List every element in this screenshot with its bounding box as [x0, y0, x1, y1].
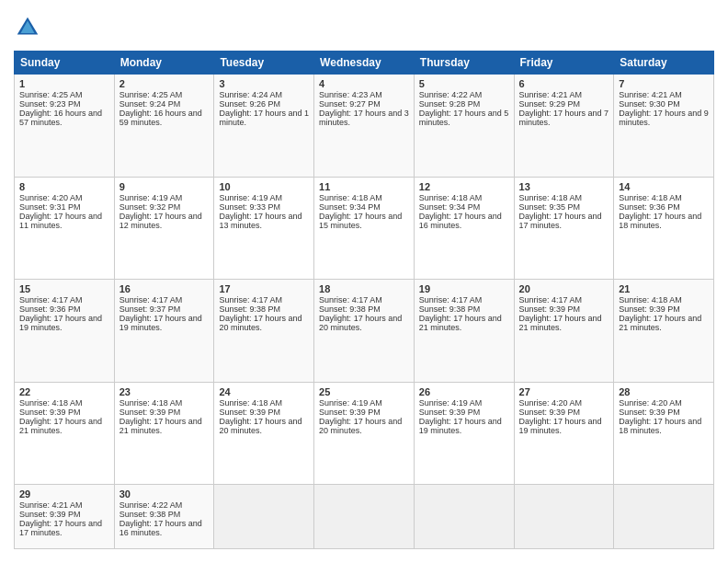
- sunset-text: Sunset: 9:39 PM: [19, 510, 81, 519]
- daylight-text: Daylight: 17 hours and 9 minutes.: [619, 109, 709, 127]
- daylight-text: Daylight: 17 hours and 20 minutes.: [219, 314, 301, 332]
- sunset-text: Sunset: 9:28 PM: [419, 99, 481, 109]
- day-number: 6: [519, 78, 609, 89]
- daylight-text: Daylight: 17 hours and 21 minutes.: [519, 314, 602, 332]
- sunrise-text: Sunrise: 4:17 AM: [519, 295, 583, 304]
- day-number: 10: [219, 181, 309, 192]
- daylight-text: Daylight: 17 hours and 20 minutes.: [219, 417, 301, 435]
- calendar-day-header: Wednesday: [314, 52, 415, 75]
- day-number: 26: [419, 386, 509, 397]
- daylight-text: Daylight: 17 hours and 19 minutes.: [419, 417, 502, 435]
- daylight-text: Daylight: 17 hours and 21 minutes.: [19, 417, 102, 435]
- calendar-cell: 28Sunrise: 4:20 AMSunset: 9:39 PMDayligh…: [614, 382, 714, 485]
- daylight-text: Daylight: 17 hours and 20 minutes.: [319, 417, 402, 435]
- sunrise-text: Sunrise: 4:19 AM: [219, 193, 282, 202]
- day-number: 29: [19, 488, 109, 500]
- calendar-day-header: Monday: [114, 52, 214, 75]
- sunset-text: Sunset: 9:31 PM: [19, 202, 81, 212]
- day-number: 14: [619, 181, 709, 192]
- calendar-cell: 21Sunrise: 4:18 AMSunset: 9:39 PMDayligh…: [614, 280, 714, 383]
- daylight-text: Daylight: 17 hours and 11 minutes.: [19, 212, 102, 230]
- day-number: 8: [19, 181, 109, 192]
- day-number: 27: [519, 386, 609, 397]
- calendar-cell: 14Sunrise: 4:18 AMSunset: 9:36 PMDayligh…: [614, 177, 714, 280]
- calendar-cell: 10Sunrise: 4:19 AMSunset: 9:33 PMDayligh…: [214, 177, 314, 280]
- sunrise-text: Sunrise: 4:18 AM: [619, 295, 682, 304]
- sunset-text: Sunset: 9:38 PM: [219, 304, 280, 314]
- calendar-day-header: Friday: [514, 52, 614, 75]
- calendar-cell: 24Sunrise: 4:18 AMSunset: 9:39 PMDayligh…: [214, 382, 314, 485]
- daylight-text: Daylight: 17 hours and 20 minutes.: [319, 314, 402, 332]
- calendar-cell: 2Sunrise: 4:25 AMSunset: 9:24 PMDaylight…: [114, 75, 214, 178]
- calendar-day-header: Tuesday: [214, 52, 314, 75]
- sunset-text: Sunset: 9:36 PM: [619, 202, 680, 212]
- sunset-text: Sunset: 9:38 PM: [119, 510, 181, 519]
- daylight-text: Daylight: 17 hours and 21 minutes.: [619, 314, 701, 332]
- calendar-cell: 26Sunrise: 4:19 AMSunset: 9:39 PMDayligh…: [414, 382, 514, 485]
- day-number: 2: [119, 78, 210, 89]
- day-number: 13: [519, 181, 609, 192]
- day-number: 20: [519, 283, 609, 294]
- daylight-text: Daylight: 17 hours and 16 minutes.: [119, 519, 202, 537]
- day-number: 15: [19, 283, 109, 294]
- calendar-cell: 7Sunrise: 4:21 AMSunset: 9:30 PMDaylight…: [614, 75, 714, 178]
- calendar-cell: [414, 485, 514, 549]
- calendar-day-header: Sunday: [15, 52, 115, 75]
- calendar-cell: 18Sunrise: 4:17 AMSunset: 9:38 PMDayligh…: [314, 280, 415, 383]
- day-number: 11: [319, 181, 409, 192]
- sunrise-text: Sunrise: 4:25 AM: [19, 90, 83, 99]
- day-number: 21: [619, 283, 709, 294]
- day-number: 30: [119, 488, 210, 500]
- sunrise-text: Sunrise: 4:25 AM: [119, 90, 183, 99]
- calendar-week-row: 8Sunrise: 4:20 AMSunset: 9:31 PMDaylight…: [15, 177, 714, 280]
- daylight-text: Daylight: 17 hours and 17 minutes.: [519, 212, 602, 230]
- calendar-header-row: SundayMondayTuesdayWednesdayThursdayFrid…: [15, 52, 714, 75]
- calendar-cell: 5Sunrise: 4:22 AMSunset: 9:28 PMDaylight…: [414, 75, 514, 178]
- sunrise-text: Sunrise: 4:21 AM: [19, 500, 83, 510]
- sunset-text: Sunset: 9:39 PM: [519, 408, 581, 417]
- calendar-cell: 9Sunrise: 4:19 AMSunset: 9:32 PMDaylight…: [114, 177, 214, 280]
- calendar-cell: 17Sunrise: 4:17 AMSunset: 9:38 PMDayligh…: [214, 280, 314, 383]
- sunrise-text: Sunrise: 4:20 AM: [619, 398, 682, 408]
- sunrise-text: Sunrise: 4:18 AM: [219, 398, 282, 408]
- sunrise-text: Sunrise: 4:22 AM: [119, 500, 183, 510]
- sunrise-text: Sunrise: 4:20 AM: [519, 398, 583, 408]
- sunrise-text: Sunrise: 4:18 AM: [519, 193, 583, 202]
- sunset-text: Sunset: 9:24 PM: [119, 99, 181, 109]
- sunset-text: Sunset: 9:34 PM: [419, 202, 481, 212]
- sunrise-text: Sunrise: 4:18 AM: [19, 398, 83, 408]
- daylight-text: Daylight: 16 hours and 57 minutes.: [19, 109, 102, 127]
- logo: [14, 14, 45, 41]
- page: SundayMondayTuesdayWednesdayThursdayFrid…: [0, 0, 728, 563]
- sunrise-text: Sunrise: 4:23 AM: [319, 90, 382, 99]
- daylight-text: Daylight: 17 hours and 19 minutes.: [19, 314, 102, 332]
- calendar-day-header: Thursday: [414, 52, 514, 75]
- sunset-text: Sunset: 9:26 PM: [219, 99, 280, 109]
- daylight-text: Daylight: 17 hours and 21 minutes.: [419, 314, 502, 332]
- calendar-cell: 3Sunrise: 4:24 AMSunset: 9:26 PMDaylight…: [214, 75, 314, 178]
- calendar-cell: 27Sunrise: 4:20 AMSunset: 9:39 PMDayligh…: [514, 382, 614, 485]
- calendar-week-row: 1Sunrise: 4:25 AMSunset: 9:23 PMDaylight…: [15, 75, 714, 178]
- daylight-text: Daylight: 17 hours and 3 minutes.: [319, 109, 409, 127]
- calendar-week-row: 22Sunrise: 4:18 AMSunset: 9:39 PMDayligh…: [15, 382, 714, 485]
- header: [14, 14, 714, 41]
- sunset-text: Sunset: 9:39 PM: [19, 408, 81, 417]
- calendar-cell: 22Sunrise: 4:18 AMSunset: 9:39 PMDayligh…: [15, 382, 115, 485]
- calendar-cell: 30Sunrise: 4:22 AMSunset: 9:38 PMDayligh…: [114, 485, 214, 549]
- sunrise-text: Sunrise: 4:20 AM: [19, 193, 83, 202]
- sunrise-text: Sunrise: 4:17 AM: [219, 295, 282, 304]
- day-number: 22: [19, 386, 109, 397]
- sunset-text: Sunset: 9:32 PM: [119, 202, 181, 212]
- calendar-cell: 29Sunrise: 4:21 AMSunset: 9:39 PMDayligh…: [15, 485, 115, 549]
- sunset-text: Sunset: 9:39 PM: [219, 408, 280, 417]
- day-number: 3: [219, 78, 309, 89]
- calendar-cell: [514, 485, 614, 549]
- sunset-text: Sunset: 9:34 PM: [319, 202, 381, 212]
- calendar-cell: 20Sunrise: 4:17 AMSunset: 9:39 PMDayligh…: [514, 280, 614, 383]
- day-number: 16: [119, 283, 210, 294]
- daylight-text: Daylight: 17 hours and 16 minutes.: [419, 212, 502, 230]
- day-number: 24: [219, 386, 309, 397]
- sunset-text: Sunset: 9:38 PM: [419, 304, 481, 314]
- sunrise-text: Sunrise: 4:24 AM: [219, 90, 282, 99]
- sunrise-text: Sunrise: 4:17 AM: [119, 295, 183, 304]
